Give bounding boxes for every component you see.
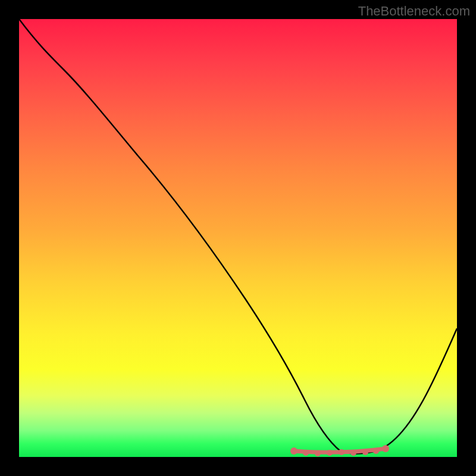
- bottleneck-curve-line: [19, 19, 457, 454]
- watermark-text: TheBottleneck.com: [358, 4, 470, 19]
- chart-svg: [19, 19, 457, 457]
- optimal-region-markers: [290, 445, 389, 456]
- chart-plot-area: [19, 19, 457, 457]
